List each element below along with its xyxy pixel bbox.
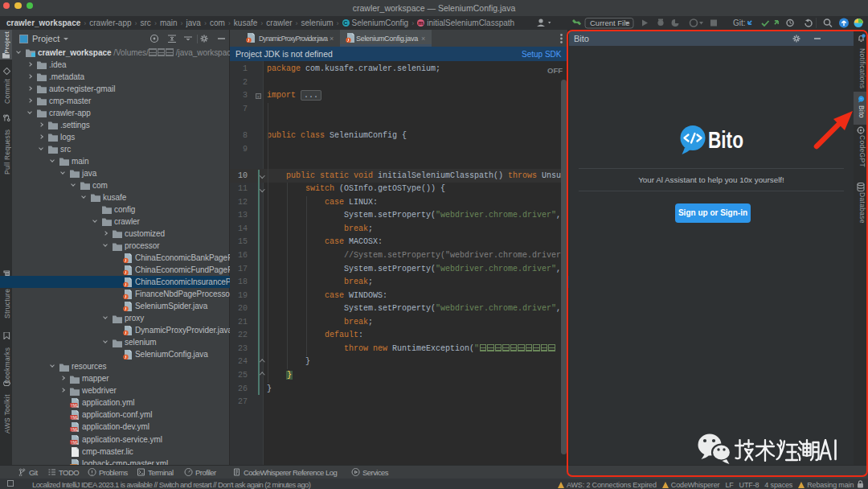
svg-text:YML: YML (71, 440, 79, 444)
svg-text:YML: YML (71, 404, 79, 408)
svg-text:Git:: Git: (733, 18, 746, 27)
svg-text:YML: YML (71, 428, 79, 432)
svg-text:YML: YML (71, 416, 79, 420)
svg-text:Current File: Current File (590, 18, 630, 27)
